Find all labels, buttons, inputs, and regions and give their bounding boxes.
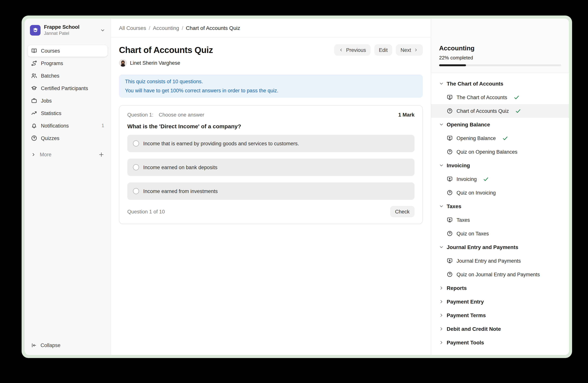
outline-item-label: Invoicing	[457, 176, 477, 182]
question-progress: Question 1 of 10	[127, 209, 165, 214]
outline-item-the-chart-of-accounts[interactable]: The Chart of Accounts	[431, 91, 569, 104]
outline-item-invoicing[interactable]: Invoicing	[431, 172, 569, 186]
next-button[interactable]: Next	[396, 44, 423, 56]
outline-section-journal-entry-and-payments[interactable]: Journal Entry and Payments	[431, 240, 569, 254]
sidebar-item-notifications[interactable]: Notifications1	[28, 120, 108, 132]
more-label: More	[40, 152, 52, 157]
chevron-right-icon	[439, 326, 444, 331]
section-title: Taxes	[447, 203, 461, 209]
outline-item-quiz-on-taxes[interactable]: Quiz on Taxes	[431, 227, 569, 240]
sidebar-item-programs[interactable]: Programs	[28, 57, 108, 69]
page-title: Chart of Accounts Quiz	[119, 45, 213, 55]
check-button[interactable]: Check	[390, 206, 415, 217]
outline-item-opening-balance[interactable]: Opening Balance	[431, 131, 569, 145]
outline-section-opening-balance[interactable]: Opening Balance	[431, 118, 569, 131]
check-icon	[515, 108, 521, 114]
outline-section-reports[interactable]: Reports	[431, 281, 569, 295]
quiz-icon	[447, 149, 453, 155]
sidebar: Frappe School Jannat Patel CoursesProgra…	[25, 19, 111, 355]
graduation-cap-icon	[31, 85, 37, 91]
outline-section-taxes[interactable]: Taxes	[431, 199, 569, 213]
quiz-option-2[interactable]: Income earned on bank deposits	[127, 159, 415, 176]
route-icon	[31, 60, 37, 66]
radio-button[interactable]	[133, 188, 139, 194]
outline-section-payment-tools[interactable]: Payment Tools	[431, 336, 569, 349]
edit-button[interactable]: Edit	[374, 44, 392, 56]
outline-item-quiz-on-invoicing[interactable]: Quiz on Invoicing	[431, 186, 569, 199]
radio-button[interactable]	[133, 140, 139, 147]
workspace-switcher[interactable]: Frappe School Jannat Patel	[28, 22, 108, 38]
collapse-sidebar-button[interactable]: Collapse	[28, 340, 108, 350]
question-number-label: Question 1:	[127, 112, 153, 117]
outline-item-quiz-on-journal-entry-and-payments[interactable]: Quiz on Journal Entry and Payments	[431, 268, 569, 281]
sidebar-item-courses[interactable]: Courses	[28, 45, 108, 57]
chevron-down-icon	[439, 245, 444, 249]
breadcrumb-all-courses[interactable]: All Courses	[119, 25, 146, 31]
chevron-left-icon	[339, 48, 343, 52]
check-icon	[483, 176, 489, 182]
question-card: Question 1: Choose one answer 1 Mark Wha…	[119, 105, 423, 224]
sidebar-item-batches[interactable]: Batches	[28, 70, 108, 81]
sidebar-item-label: Courses	[41, 48, 60, 54]
section-title: Journal Entry and Payments	[447, 244, 518, 250]
plus-icon[interactable]	[99, 152, 104, 157]
sidebar-item-jobs[interactable]: Jobs	[28, 95, 108, 107]
lesson-icon	[447, 217, 453, 223]
course-outline-panel: Accounting 22% completed The Chart of Ac…	[431, 19, 569, 355]
quiz-icon	[447, 108, 453, 114]
outline-item-label: The Chart of Accounts	[457, 95, 507, 100]
outline-item-journal-entry-and-payments[interactable]: Journal Entry and Payments	[431, 254, 569, 268]
user-name: Jannat Patel	[44, 31, 80, 36]
chevron-right-icon	[31, 152, 36, 157]
collapse-label: Collapse	[41, 342, 61, 348]
quiz-icon	[447, 190, 453, 196]
quiz-page: Chart of Accounts Quiz Previous Edit Nex…	[111, 38, 431, 355]
quiz-option-3[interactable]: Income earned from investments	[127, 182, 415, 200]
course-outline-list: The Chart of AccountsThe Chart of Accoun…	[431, 73, 569, 355]
outline-item-chart-of-accounts-quiz[interactable]: Chart of Accounts Quiz	[431, 104, 569, 118]
chevron-right-icon	[439, 313, 444, 318]
outline-item-label: Quiz on Taxes	[457, 231, 489, 236]
outline-section-the-chart-of-accounts[interactable]: The Chart of Accounts	[431, 77, 569, 91]
check-icon	[502, 135, 508, 141]
sidebar-item-quizzes[interactable]: Quizzes	[28, 132, 108, 144]
chevron-down-icon	[439, 204, 444, 209]
question-footer: Question 1 of 10 Check	[127, 206, 415, 217]
outline-item-quiz-on-opening-balances[interactable]: Quiz on Opening Balances	[431, 145, 569, 159]
users-icon	[31, 73, 37, 79]
outline-item-label: Chart of Accounts Quiz	[457, 108, 509, 114]
chevron-right-icon	[414, 48, 418, 52]
sidebar-item-certified-participants[interactable]: Certified Participants	[28, 82, 108, 94]
outline-section-invoicing[interactable]: Invoicing	[431, 159, 569, 172]
breadcrumb-separator: /	[149, 25, 150, 31]
trending-up-icon	[31, 110, 37, 116]
sidebar-item-more[interactable]: More	[28, 149, 108, 160]
help-circle-icon	[31, 135, 37, 141]
outline-section-debit-and-credit-note[interactable]: Debit and Credit Note	[431, 322, 569, 336]
outline-item-taxes[interactable]: Taxes	[431, 213, 569, 227]
lesson-icon	[447, 135, 453, 141]
chevron-down-icon	[439, 122, 444, 127]
outline-section-payment-entry[interactable]: Payment Entry	[431, 295, 569, 308]
sidebar-item-label: Jobs	[41, 98, 52, 103]
title-row: Chart of Accounts Quiz Previous Edit Nex…	[119, 44, 423, 56]
quiz-icon	[447, 230, 453, 236]
breadcrumb-separator: /	[182, 25, 183, 31]
outline-section-payment-terms[interactable]: Payment Terms	[431, 308, 569, 322]
outline-item-label: Opening Balance	[457, 135, 496, 141]
breadcrumb-accounting[interactable]: Accounting	[153, 25, 179, 31]
section-title: Debit and Credit Note	[447, 326, 501, 332]
previous-button[interactable]: Previous	[334, 44, 371, 56]
briefcase-icon	[31, 98, 37, 104]
question-text: What is the 'Direct Income' of a company…	[127, 123, 415, 129]
frappe-school-app: Frappe School Jannat Patel CoursesProgra…	[25, 19, 569, 355]
collapse-icon	[31, 342, 37, 348]
question-header: Question 1: Choose one answer 1 Mark	[127, 111, 415, 118]
outline-item-label: Quiz on Invoicing	[457, 190, 496, 195]
sidebar-item-label: Quizzes	[41, 135, 60, 141]
breadcrumb: All Courses / Accounting / Chart of Acco…	[111, 19, 431, 38]
quiz-option-1[interactable]: Income that is earned by providing goods…	[127, 135, 415, 152]
sidebar-item-statistics[interactable]: Statistics	[28, 107, 108, 119]
section-title: Payment Terms	[447, 312, 486, 318]
radio-button[interactable]	[133, 164, 139, 170]
